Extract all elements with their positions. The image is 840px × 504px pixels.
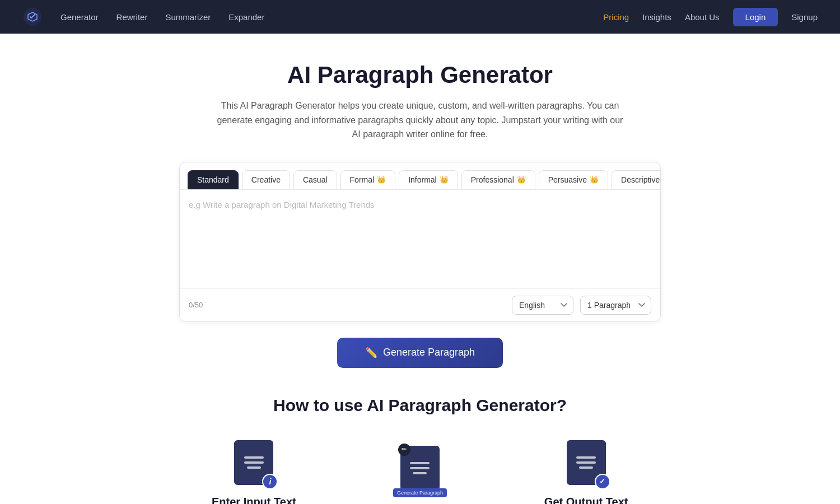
tab-standard[interactable]: Standard (188, 170, 239, 189)
tab-casual[interactable]: Casual (293, 170, 337, 189)
tab-creative[interactable]: Creative (242, 170, 290, 189)
tab-informal[interactable]: Informal👑 (399, 170, 458, 189)
nav-about-us[interactable]: About Us (685, 12, 720, 22)
doc-line (244, 461, 264, 464)
textarea-wrap (180, 190, 660, 288)
crown-icon-formal: 👑 (377, 175, 386, 184)
generator-footer: 0/50 English Spanish French German 1 Par… (180, 288, 660, 321)
login-button[interactable]: Login (733, 8, 778, 26)
doc-icon-2: ✏ Generate Paragraph (400, 446, 440, 491)
nav-links-left: Generator Rewriter Summarizer Expander (60, 12, 264, 22)
doc-line (244, 456, 264, 459)
page-subtitle: This AI Paragraph Generator helps you cr… (213, 99, 627, 142)
tab-formal[interactable]: Formal👑 (340, 170, 396, 189)
nav-insights[interactable]: Insights (642, 12, 671, 22)
tab-professional[interactable]: Professional👑 (461, 170, 535, 189)
step-2: ✏ Generate Paragraph Tap on "Generate Pa… (346, 437, 495, 504)
doc-line (410, 462, 430, 464)
pencil-dot: ✏ (398, 444, 410, 456)
step-3-icon: ✓ (556, 437, 617, 488)
main-content: AI Paragraph Generator This AI Paragraph… (168, 34, 672, 504)
step-3-badge: ✓ (595, 474, 610, 489)
step-1-title: Enter Input Text (212, 496, 296, 504)
nav-right: Pricing Insights About Us Login Signup (603, 8, 818, 26)
doc-line (579, 466, 593, 469)
steps-grid: i Enter Input Text Begin by typing or pa… (179, 437, 661, 504)
step-1-badge: i (262, 474, 278, 489)
doc-line (410, 467, 430, 469)
step-3: ✓ Get Output Text In just a short time, … (511, 437, 661, 504)
signup-button[interactable]: Signup (791, 12, 818, 22)
nav-expander[interactable]: Expander (228, 12, 264, 22)
doc-icon-1: i (234, 440, 273, 485)
doc-icon-3: ✓ (567, 440, 606, 485)
crown-icon-professional: 👑 (517, 175, 526, 184)
nav-rewriter[interactable]: Rewriter (116, 12, 148, 22)
generate-button[interactable]: ✏️ Generate Paragraph (337, 338, 503, 368)
doc-line (576, 461, 596, 464)
tab-descriptive[interactable]: Descriptive👑 (612, 170, 660, 189)
navbar: Generator Rewriter Summarizer Expander P… (0, 0, 840, 34)
nav-pricing[interactable]: Pricing (603, 12, 629, 22)
how-to-title: How to use AI Paragraph Generator? (179, 396, 661, 415)
crown-icon-informal: 👑 (440, 175, 449, 184)
step-1: i Enter Input Text Begin by typing or pa… (179, 437, 329, 504)
gen-btn-mini: Generate Paragraph (393, 488, 447, 497)
logo[interactable] (22, 7, 43, 27)
generator-box: Standard Creative Casual Formal👑 Informa… (179, 162, 661, 322)
crown-icon-persuasive: 👑 (590, 175, 599, 184)
footer-selects: English Spanish French German 1 Paragrap… (512, 296, 651, 315)
page-title: AI Paragraph Generator (179, 62, 661, 88)
generate-label: Generate Paragraph (383, 347, 475, 358)
step-2-icon: ✏ Generate Paragraph (389, 437, 451, 499)
topic-input[interactable] (189, 199, 651, 277)
generate-btn-wrap: ✏️ Generate Paragraph (179, 338, 661, 368)
tone-tabs: Standard Creative Casual Formal👑 Informa… (180, 162, 660, 190)
nav-summarizer[interactable]: Summarizer (165, 12, 211, 22)
nav-links-right: Pricing Insights About Us (603, 12, 719, 22)
doc-line (576, 456, 596, 459)
doc-line (413, 472, 427, 474)
tab-persuasive[interactable]: Persuasive👑 (539, 170, 608, 189)
doc-line (247, 466, 261, 469)
step-1-icon: i (223, 437, 284, 488)
generate-icon: ✏️ (365, 347, 377, 359)
step-3-title: Get Output Text (544, 496, 628, 504)
language-select[interactable]: English Spanish French German (512, 296, 573, 315)
char-count: 0/50 (189, 301, 203, 309)
nav-generator[interactable]: Generator (60, 12, 99, 22)
paragraph-count-select[interactable]: 1 Paragraph 2 Paragraphs 3 Paragraphs (580, 296, 651, 315)
